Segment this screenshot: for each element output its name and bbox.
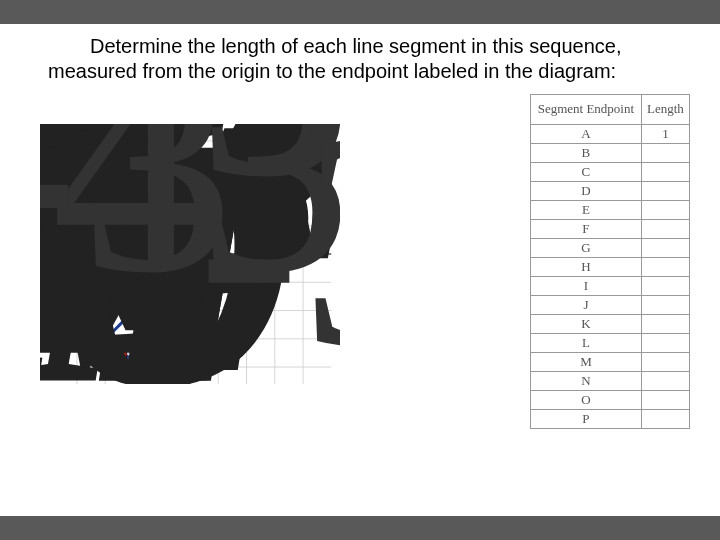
table-body: A1BCDEFGHIJKLMNOP xyxy=(531,125,690,429)
table-row: P xyxy=(531,410,690,429)
cell-length xyxy=(641,315,689,334)
length-table: Segment Endpoint Length A1BCDEFGHIJKLMNO… xyxy=(530,94,690,429)
cell-length xyxy=(641,410,689,429)
table-row: L xyxy=(531,334,690,353)
cell-length xyxy=(641,201,689,220)
cell-length xyxy=(641,258,689,277)
table-row: C xyxy=(531,163,690,182)
cell-length xyxy=(641,144,689,163)
cell-length xyxy=(641,239,689,258)
table-row: A1 xyxy=(531,125,690,144)
cell-endpoint: A xyxy=(531,125,642,144)
cell-length xyxy=(641,220,689,239)
cell-endpoint: P xyxy=(531,410,642,429)
cell-length xyxy=(641,334,689,353)
cell-endpoint: L xyxy=(531,334,642,353)
slide-top-bar xyxy=(0,0,720,24)
cell-length xyxy=(641,277,689,296)
table-header-row: Segment Endpoint Length xyxy=(531,95,690,125)
cell-length xyxy=(641,391,689,410)
cell-endpoint: N xyxy=(531,372,642,391)
table-row: J xyxy=(531,296,690,315)
cell-endpoint: C xyxy=(531,163,642,182)
segment-length-table: Segment Endpoint Length A1BCDEFGHIJKLMNO… xyxy=(530,94,690,429)
table-row: B xyxy=(531,144,690,163)
cell-endpoint: M xyxy=(531,353,642,372)
table-row: O xyxy=(531,391,690,410)
question-body: Determine the length of each line segmen… xyxy=(48,35,621,82)
cell-length xyxy=(641,163,689,182)
y-tick-neg3: -3 xyxy=(197,124,340,384)
table-row: F xyxy=(531,220,690,239)
cell-length xyxy=(641,182,689,201)
cell-endpoint: B xyxy=(531,144,642,163)
cell-length xyxy=(641,353,689,372)
header-endpoint: Segment Endpoint xyxy=(531,95,642,125)
table-row: M xyxy=(531,353,690,372)
cell-length: 1 xyxy=(641,125,689,144)
table-row: G xyxy=(531,239,690,258)
cell-endpoint: H xyxy=(531,258,642,277)
cell-endpoint: K xyxy=(531,315,642,334)
cell-endpoint: I xyxy=(531,277,642,296)
cell-endpoint: D xyxy=(531,182,642,201)
cell-endpoint: F xyxy=(531,220,642,239)
header-length: Length xyxy=(641,95,689,125)
table-row: K xyxy=(531,315,690,334)
slide-bottom-bar xyxy=(0,516,720,540)
question-text: Determine the length of each line segmen… xyxy=(0,24,720,94)
cell-endpoint: O xyxy=(531,391,642,410)
table-row: D xyxy=(531,182,690,201)
cell-endpoint: G xyxy=(531,239,642,258)
spiral-svg: ABCDEFGHIJKLMNOP -4 -3 3 3 -3 xyxy=(40,124,340,384)
table-row: I xyxy=(531,277,690,296)
table-row: E xyxy=(531,201,690,220)
table-row: N xyxy=(531,372,690,391)
cell-endpoint: E xyxy=(531,201,642,220)
spiral-diagram: ABCDEFGHIJKLMNOP -4 -3 3 3 -3 xyxy=(40,124,340,384)
cell-length xyxy=(641,372,689,391)
cell-length xyxy=(641,296,689,315)
table-row: H xyxy=(531,258,690,277)
cell-endpoint: J xyxy=(531,296,642,315)
